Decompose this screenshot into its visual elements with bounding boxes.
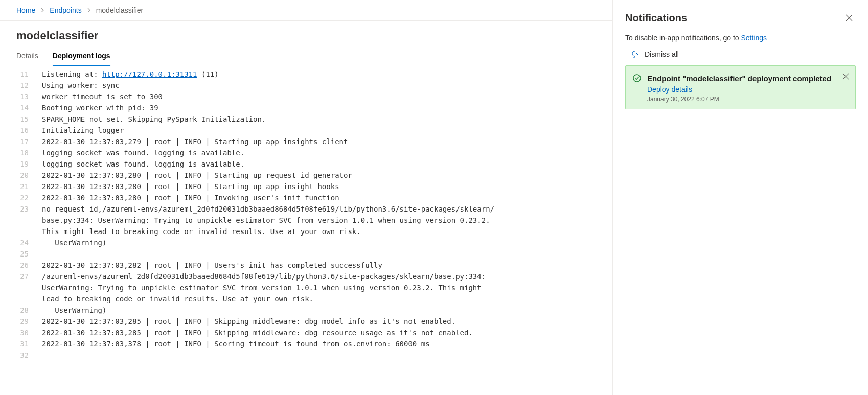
dismiss-notification-button[interactable]	[839, 70, 852, 83]
log-line: 302022-01-30 12:37:03,285 | root | INFO …	[0, 327, 612, 338]
line-number: 16	[0, 125, 40, 136]
settings-link[interactable]: Settings	[741, 34, 767, 42]
success-icon	[633, 73, 641, 103]
line-number: 28	[0, 305, 40, 316]
breadcrumb-endpoints[interactable]: Endpoints	[50, 6, 81, 14]
log-text: This might lead to breaking code or inva…	[40, 226, 361, 237]
line-number: 21	[0, 181, 40, 192]
log-line: 32	[0, 350, 612, 361]
log-text: logging socket was found. logging is ava…	[40, 158, 244, 170]
log-text: Listening at: http://127.0.0.1:31311 (11…	[40, 68, 219, 80]
line-number: 24	[0, 237, 40, 248]
notifications-heading: Notifications	[625, 12, 687, 24]
line-number: 17	[0, 136, 40, 147]
chevron-right-icon	[40, 8, 44, 12]
log-text: 2022-01-30 12:37:03,285 | root | INFO | …	[40, 327, 473, 338]
breadcrumb-home[interactable]: Home	[16, 6, 35, 14]
svg-point-0	[633, 75, 641, 82]
line-number: 12	[0, 80, 40, 91]
notifications-subtext-label: To disable in-app notifications, go to	[625, 34, 741, 42]
line-number: 25	[0, 248, 40, 260]
log-line: base.py:334: UserWarning: Trying to unpi…	[0, 215, 612, 226]
page-title: modelclassifier	[0, 21, 612, 47]
log-line: 18logging socket was found. logging is a…	[0, 147, 612, 158]
close-panel-button[interactable]	[842, 11, 856, 25]
log-text: 2022-01-30 12:37:03,285 | root | INFO | …	[40, 316, 455, 327]
line-number	[0, 226, 40, 237]
log-line: UserWarning: Trying to unpickle estimato…	[0, 282, 612, 293]
line-number: 11	[0, 68, 40, 80]
notification-time: January 30, 2022 6:07 PM	[647, 94, 848, 103]
log-line: 312022-01-30 12:37:03,378 | root | INFO …	[0, 338, 612, 350]
log-line: 202022-01-30 12:37:03,280 | root | INFO …	[0, 170, 612, 181]
line-number: 18	[0, 147, 40, 158]
log-line: 262022-01-30 12:37:03,282 | root | INFO …	[0, 260, 612, 271]
log-text: logging socket was found. logging is ava…	[40, 147, 244, 158]
log-text: 2022-01-30 12:37:03,280 | root | INFO | …	[40, 181, 339, 192]
line-number: 19	[0, 158, 40, 170]
log-line: 222022-01-30 12:37:03,280 | root | INFO …	[0, 192, 612, 203]
log-text: UserWarning)	[40, 305, 106, 316]
log-text: base.py:334: UserWarning: Trying to unpi…	[40, 215, 490, 226]
log-text: Using worker: sync	[40, 80, 120, 91]
notifications-subtext: To disable in-app notifications, go to S…	[625, 25, 856, 47]
log-text: UserWarning)	[40, 237, 106, 248]
log-text: Booting worker with pid: 39	[40, 102, 158, 113]
dismiss-icon	[631, 50, 639, 58]
dismiss-all-button[interactable]: Dismiss all	[625, 47, 856, 64]
log-text: /azureml-envs/azureml_2d0fd20031db3baaed…	[40, 271, 486, 282]
log-text: 2022-01-30 12:37:03,280 | root | INFO | …	[40, 192, 339, 203]
notification-title: Endpoint "modelclassifier" deployment co…	[647, 73, 848, 84]
notification-item: Endpoint "modelclassifier" deployment co…	[625, 65, 856, 109]
breadcrumb-current: modelclassifier	[96, 6, 144, 14]
log-text: Initializing logger	[40, 125, 124, 136]
log-line: 292022-01-30 12:37:03,285 | root | INFO …	[0, 316, 612, 327]
line-number: 20	[0, 170, 40, 181]
log-text: 2022-01-30 12:37:03,280 | root | INFO | …	[40, 170, 352, 181]
log-text: UserWarning: Trying to unpickle estimato…	[40, 282, 482, 293]
log-line: 14Booting worker with pid: 39	[0, 102, 612, 113]
line-number: 27	[0, 271, 40, 282]
log-text	[40, 350, 42, 361]
log-line: 23no request id,/azureml-envs/azureml_2d…	[0, 203, 612, 215]
log-line: 15SPARK_HOME not set. Skipping PySpark I…	[0, 113, 612, 125]
tab-details[interactable]: Details	[16, 47, 38, 66]
log-text	[40, 248, 42, 260]
line-number: 22	[0, 192, 40, 203]
log-viewer[interactable]: 11Listening at: http://127.0.0.1:31311 (…	[0, 66, 612, 395]
log-line: 12Using worker: sync	[0, 80, 612, 91]
log-text: lead to breaking code or invalid results…	[40, 293, 313, 305]
line-number	[0, 215, 40, 226]
line-number: 26	[0, 260, 40, 271]
log-line: 172022-01-30 12:37:03,279 | root | INFO …	[0, 136, 612, 147]
breadcrumb: Home Endpoints modelclassifier	[0, 0, 612, 20]
notification-link[interactable]: Deploy details	[647, 84, 848, 94]
tab-deployment-logs[interactable]: Deployment logs	[53, 47, 110, 66]
log-line: 11Listening at: http://127.0.0.1:31311 (…	[0, 68, 612, 80]
log-line: lead to breaking code or invalid results…	[0, 293, 612, 305]
log-line: 25	[0, 248, 612, 260]
line-number: 30	[0, 327, 40, 338]
log-text: worker timeout is set to 300	[40, 91, 163, 102]
chevron-right-icon	[87, 8, 91, 12]
log-text: 2022-01-30 12:37:03,282 | root | INFO | …	[40, 260, 382, 271]
dismiss-all-label: Dismiss all	[645, 50, 679, 58]
notifications-panel: Notifications To disable in-app notifica…	[612, 0, 868, 395]
close-icon	[842, 73, 849, 80]
log-text: 2022-01-30 12:37:03,378 | root | INFO | …	[40, 338, 430, 350]
line-number: 32	[0, 350, 40, 361]
log-text: SPARK_HOME not set. Skipping PySpark Ini…	[40, 113, 266, 125]
line-number: 23	[0, 203, 40, 215]
log-line: 16Initializing logger	[0, 125, 612, 136]
log-line: 28 UserWarning)	[0, 305, 612, 316]
line-number	[0, 282, 40, 293]
log-text: 2022-01-30 12:37:03,279 | root | INFO | …	[40, 136, 348, 147]
log-line: 27/azureml-envs/azureml_2d0fd20031db3baa…	[0, 271, 612, 282]
line-number: 29	[0, 316, 40, 327]
log-line: 13worker timeout is set to 300	[0, 91, 612, 102]
log-text: no request id,/azureml-envs/azureml_2d0f…	[40, 203, 494, 215]
log-line: 24 UserWarning)	[0, 237, 612, 248]
log-line: 212022-01-30 12:37:03,280 | root | INFO …	[0, 181, 612, 192]
line-number	[0, 293, 40, 305]
close-icon	[846, 14, 853, 21]
